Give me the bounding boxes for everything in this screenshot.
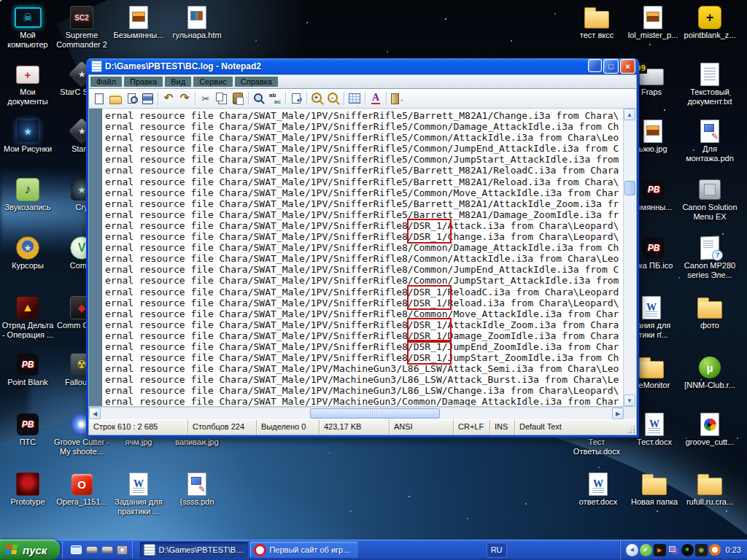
vertical-scroll-track[interactable]: [624, 120, 636, 394]
desktop-icon-label: Тест.docx: [637, 438, 672, 447]
desktop-icon[interactable]: гульнара.htm: [169, 4, 225, 40]
antivirus-tray-icon[interactable]: [640, 544, 652, 556]
select-font-button[interactable]: [368, 91, 384, 106]
desktop-icon[interactable]: тест вксс: [569, 4, 624, 40]
start-button[interactable]: пуск: [0, 540, 60, 560]
copy-button[interactable]: [214, 91, 230, 106]
minimize-button[interactable]: _: [588, 59, 602, 72]
horizontal-scrollbar[interactable]: [89, 407, 624, 419]
scroll-left-button[interactable]: [89, 408, 101, 419]
desktop-icon[interactable]: Canon MP280 series Эле...: [682, 235, 738, 280]
find-button[interactable]: [251, 91, 267, 106]
media-player-tray-icon[interactable]: [654, 544, 666, 556]
desktop-icon-label: ячм.jpg: [125, 438, 152, 447]
desktop-icon[interactable]: Отряд Дельта - Операция ...: [0, 295, 55, 340]
maximize-button[interactable]: □: [603, 59, 619, 74]
horizontal-scroll-thumb[interactable]: [310, 408, 439, 419]
desktop-icon[interactable]: Canon Solution Menu EX: [682, 176, 738, 222]
icon-wrap: [700, 61, 719, 88]
desktop-icon[interactable]: фото: [682, 295, 738, 330]
skull-monitor-icon: [15, 7, 42, 28]
taskbar-task[interactable]: Первый сайт об игр...: [250, 542, 358, 558]
browse-open-button[interactable]: [123, 91, 139, 106]
desktop-icon[interactable]: Point Blank: [0, 351, 55, 387]
desktop-icon[interactable]: {ssss.pdn: [169, 471, 225, 507]
cut-button[interactable]: [198, 91, 214, 106]
redo-button[interactable]: [177, 91, 193, 106]
menu-5[interactable]: Справка: [235, 77, 278, 87]
scroll-down-button[interactable]: [624, 394, 635, 406]
show-desktop-icon[interactable]: [69, 543, 83, 557]
log-text[interactable]: ernal resource file Chara/SWAT_Male/1PV/…: [102, 109, 623, 406]
desktop-icon[interactable]: Текстовый документ.txt: [682, 61, 738, 106]
scheme-config-button[interactable]: [347, 91, 363, 106]
desktop-icon[interactable]: rufull.ru.cra...: [682, 471, 738, 507]
scroll-right-button[interactable]: [612, 408, 624, 419]
exit-button[interactable]: [389, 91, 405, 106]
editor-area[interactable]: ernal resource file Chara/SWAT_Male/1PV/…: [89, 109, 636, 407]
virtual-drive-2-icon[interactable]: [100, 543, 114, 557]
razer-tray-icon[interactable]: [681, 544, 694, 556]
desktop-icon-label: Мой компьютер: [0, 31, 55, 50]
desktop-icon-label: Prototype: [10, 497, 44, 507]
desktop-icon[interactable]: Мой компьютер: [0, 4, 55, 50]
network-tray-icon[interactable]: [667, 544, 680, 556]
disc-drive-icon[interactable]: [115, 543, 129, 557]
icon-wrap: [17, 118, 39, 144]
toolbar-separator: [306, 92, 307, 105]
taskbar-clock[interactable]: 0:23: [726, 545, 741, 554]
titlebar[interactable]: D:\Games\PBTEST\BC.log - Notepad2 _□×: [88, 58, 637, 74]
desktop-icon[interactable]: Звукозапись: [0, 176, 55, 212]
task-buttons: D:\Games\PBTEST\BC...Первый сайт об игр.…: [140, 542, 358, 558]
language-indicator[interactable]: RU: [487, 542, 507, 558]
virtual-drive-1-icon[interactable]: [85, 543, 98, 557]
desktop-icon[interactable]: ответ.docx: [570, 471, 626, 507]
menu-1[interactable]: Файл: [90, 77, 122, 87]
desktop-icon[interactable]: Мои документы: [0, 61, 55, 106]
desktop-icon[interactable]: [NNM-Club.r...: [682, 354, 738, 390]
desktop-icon-label: Новая папка: [631, 497, 678, 507]
word-wrap-button[interactable]: [288, 91, 304, 106]
desktop-icon[interactable]: Новая папка: [627, 471, 682, 507]
icon-wrap: [589, 471, 608, 497]
desktop-icon-label: rufull.ru.cra...: [686, 497, 733, 507]
desktop-icon[interactable]: ПТС: [0, 411, 55, 447]
desktop-icon[interactable]: lol_mister_p...: [625, 4, 681, 40]
desktop-icon[interactable]: Безымянны...: [111, 4, 166, 40]
icon-wrap: [642, 471, 667, 497]
vertical-scroll-thumb[interactable]: [624, 181, 635, 195]
paste-button[interactable]: [230, 91, 246, 106]
icon-wrap: [643, 235, 665, 261]
zoom-in-button[interactable]: [309, 91, 325, 106]
desktop-icon[interactable]: pointblank_z...: [682, 4, 738, 40]
menu-4[interactable]: Сервис: [193, 77, 233, 87]
desktop-icon[interactable]: Supreme Commander 2: [54, 4, 109, 50]
desktop-icon[interactable]: Курсоры: [0, 235, 55, 271]
desktop-icon[interactable]: Задания для практики ...: [111, 471, 166, 516]
save-file-button[interactable]: [139, 91, 155, 106]
window-controls: _□×: [588, 59, 635, 74]
desktop-icon[interactable]: Для монтажа.pdn: [682, 118, 738, 163]
hide-icons-tray-icon[interactable]: [626, 544, 638, 556]
nvidia-tray-icon[interactable]: [695, 544, 708, 556]
horizontal-scroll-track[interactable]: [101, 408, 612, 419]
desktop-icon-label: Opera_1151...: [56, 497, 107, 507]
download-ring-tray-icon[interactable]: [709, 544, 721, 556]
desktop-icon[interactable]: Мои Рисунки: [0, 118, 55, 154]
vertical-scrollbar[interactable]: [623, 109, 636, 406]
word-icon: [589, 472, 608, 496]
scroll-up-button[interactable]: [624, 109, 635, 120]
desktop-icon[interactable]: Opera_1151...: [54, 471, 109, 507]
menu-3[interactable]: Вид: [165, 77, 191, 87]
undo-button[interactable]: [160, 91, 177, 106]
new-file-button[interactable]: [91, 91, 107, 106]
desktop-icon[interactable]: Prototype: [0, 471, 55, 507]
open-file-button[interactable]: [107, 91, 123, 106]
replace-button[interactable]: [267, 91, 283, 106]
close-button[interactable]: ×: [620, 59, 635, 74]
menu-2[interactable]: Правка: [124, 77, 163, 87]
taskbar-task[interactable]: D:\Games\PBTEST\BC...: [140, 542, 248, 558]
zoom-out-button[interactable]: [325, 91, 341, 106]
desktop-icon[interactable]: groove_cutt...: [682, 411, 738, 447]
taskbar: пуск D:\Games\PBTEST\BC...Первый сайт об…: [0, 540, 747, 560]
